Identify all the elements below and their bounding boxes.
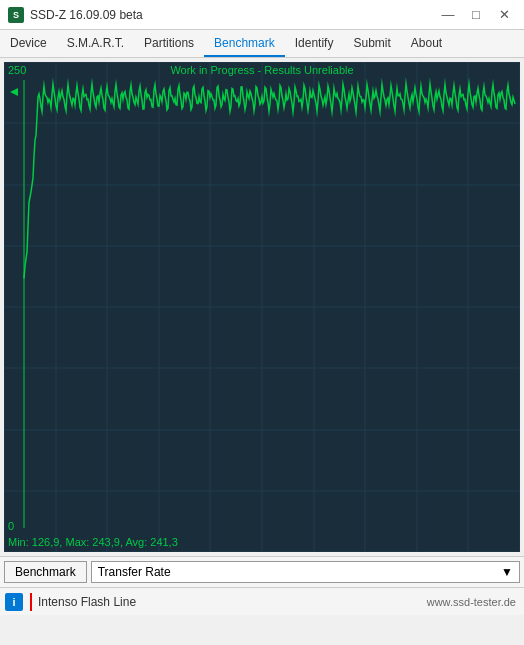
chart-stats-label: Min: 126,9, Max: 243,9, Avg: 241,3: [8, 536, 178, 548]
chart-area: 250 Work in Progress - Results Unreliabl…: [4, 62, 520, 552]
window-controls: — □ ✕: [436, 6, 516, 24]
menubar: Device S.M.A.R.T. Partitions Benchmark I…: [0, 30, 524, 58]
svg-text:i: i: [12, 596, 15, 608]
benchmark-button[interactable]: Benchmark: [4, 561, 87, 583]
dropdown-arrow-icon: ▼: [501, 565, 513, 579]
chart-status-label: Work in Progress - Results Unreliable: [4, 64, 520, 76]
info-icon: i: [5, 593, 23, 611]
titlebar-title: SSD-Z 16.09.09 beta: [30, 8, 143, 22]
statusbar-divider: [30, 593, 32, 611]
menu-item-smart[interactable]: S.M.A.R.T.: [57, 30, 134, 57]
menu-item-device[interactable]: Device: [0, 30, 57, 57]
titlebar: S SSD-Z 16.09.09 beta — □ ✕: [0, 0, 524, 30]
menu-item-partitions[interactable]: Partitions: [134, 30, 204, 57]
benchmark-canvas: [4, 62, 520, 552]
transfer-rate-label: Transfer Rate: [98, 565, 171, 579]
transfer-rate-dropdown[interactable]: Transfer Rate ▼: [91, 561, 520, 583]
menu-item-submit[interactable]: Submit: [343, 30, 400, 57]
chart-container: 250 Work in Progress - Results Unreliabl…: [4, 62, 520, 552]
menu-item-identify[interactable]: Identify: [285, 30, 344, 57]
menu-item-about[interactable]: About: [401, 30, 452, 57]
bottom-controls: Benchmark Transfer Rate ▼: [0, 556, 524, 587]
maximize-button[interactable]: □: [464, 6, 488, 24]
minimize-button[interactable]: —: [436, 6, 460, 24]
statusbar: i Intenso Flash Line www.ssd-tester.de: [0, 587, 524, 615]
app-icon: S: [8, 7, 24, 23]
chart-y-min-label: 0: [8, 520, 14, 532]
menu-item-benchmark[interactable]: Benchmark: [204, 30, 285, 57]
titlebar-left: S SSD-Z 16.09.09 beta: [8, 7, 143, 23]
statusbar-device-name: Intenso Flash Line: [38, 595, 421, 609]
statusbar-icon: i: [4, 592, 24, 612]
close-button[interactable]: ✕: [492, 6, 516, 24]
statusbar-url: www.ssd-tester.de: [427, 596, 520, 608]
